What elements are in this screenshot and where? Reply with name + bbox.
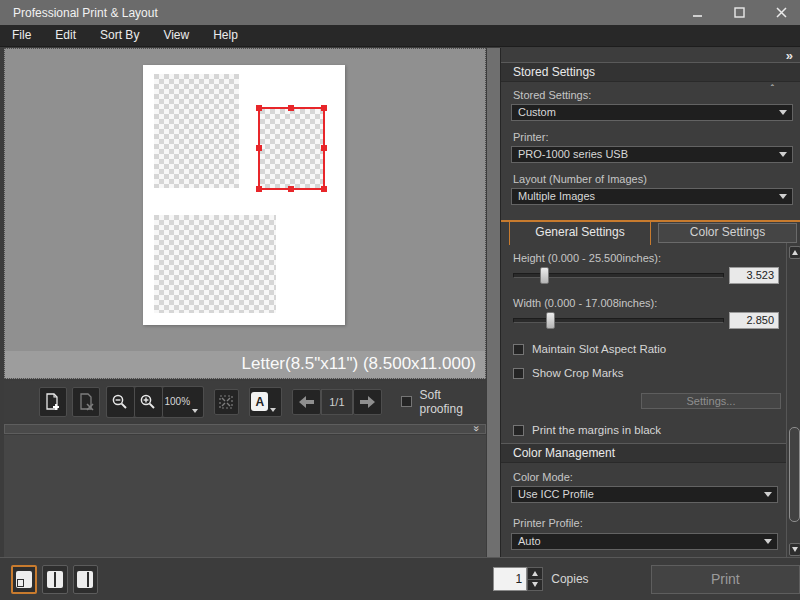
width-label: Width (0.000 - 17.008inches): — [513, 297, 657, 309]
view-single-icon — [16, 571, 32, 588]
copies-increment-button[interactable] — [527, 567, 543, 580]
add-page-icon — [43, 392, 62, 411]
close-icon — [776, 7, 787, 18]
scroll-up-button[interactable] — [789, 246, 800, 259]
resize-handle-s[interactable] — [288, 186, 294, 192]
view-single-button[interactable] — [11, 565, 37, 594]
width-value-field[interactable]: 2.850 — [729, 312, 779, 329]
zoom-level-dropdown[interactable]: 100% — [163, 387, 203, 417]
minimize-button[interactable] — [684, 3, 710, 23]
pattern-print-dropdown[interactable]: A — [249, 387, 282, 417]
tab-color-settings[interactable]: Color Settings — [658, 223, 797, 243]
settings-panel: » Stored Settings ˆ Stored Settings: Cus… — [500, 48, 800, 557]
menu-sort-by[interactable]: Sort By — [88, 25, 151, 46]
maximize-icon — [734, 7, 745, 18]
resize-handle-se[interactable] — [321, 186, 327, 192]
show-crop-marks-label: Show Crop Marks — [532, 367, 623, 379]
printer-profile-value: Auto — [518, 535, 541, 547]
layout-dropdown[interactable]: Multiple Images — [511, 188, 793, 205]
settings-tabs: General Settings Color Settings — [501, 220, 800, 243]
collapse-panel-icon[interactable]: » — [786, 48, 793, 63]
previous-page-button[interactable] — [292, 389, 321, 415]
image-slot-1[interactable] — [154, 74, 239, 188]
menu-help[interactable]: Help — [201, 25, 250, 46]
show-crop-marks-row: Show Crop Marks — [513, 367, 623, 379]
zoom-in-button[interactable] — [135, 387, 163, 417]
height-value-field[interactable]: 3.523 — [729, 267, 779, 284]
printer-dropdown[interactable]: PRO-1000 series USB — [511, 146, 793, 163]
panel-scrollbar[interactable] — [786, 243, 800, 600]
dropdown-caret-icon — [779, 194, 787, 199]
close-button[interactable] — [768, 3, 794, 23]
stored-settings-section-header[interactable]: Stored Settings ˆ — [501, 62, 800, 82]
dropdown-caret-icon — [779, 152, 787, 157]
copies-label: Copies — [551, 572, 588, 586]
scroll-up-icon — [792, 250, 798, 255]
resize-handle-ne[interactable] — [321, 105, 327, 111]
stored-settings-collapse-icon[interactable]: ˆ — [771, 80, 774, 99]
print-margins-checkbox[interactable] — [513, 425, 524, 436]
copies-input[interactable]: 1 — [493, 567, 527, 591]
print-button[interactable]: Print — [651, 565, 800, 594]
resize-handle-n[interactable] — [288, 105, 294, 111]
add-page-button[interactable] — [39, 387, 66, 417]
height-slider-thumb[interactable] — [540, 267, 549, 284]
maintain-aspect-checkbox[interactable] — [513, 344, 524, 355]
color-management-section-header[interactable]: Color Management ˆ — [501, 443, 786, 463]
dropdown-caret-icon — [764, 539, 772, 544]
tab-general-settings[interactable]: General Settings — [509, 222, 651, 245]
fit-view-button[interactable] — [214, 389, 239, 415]
paper-preview[interactable] — [143, 65, 345, 325]
layout-label: Layout (Number of Images) — [513, 173, 647, 185]
window-controls — [684, 0, 794, 25]
filmstrip-collapsed-bar[interactable]: » — [4, 424, 486, 434]
show-crop-marks-checkbox[interactable] — [513, 368, 524, 379]
print-margins-row: Print the margins in black — [513, 424, 661, 436]
menu-file[interactable]: File — [0, 25, 43, 46]
panel-splitter[interactable] — [487, 48, 500, 557]
delete-page-button[interactable] — [72, 387, 99, 417]
page-indicator: 1/1 — [321, 389, 352, 415]
color-mode-dropdown[interactable]: Use ICC Profile — [511, 486, 778, 503]
height-slider[interactable] — [513, 273, 724, 278]
paper-size-status: Letter(8.5"x11") (8.500x11.000) — [5, 351, 485, 378]
width-slider-thumb[interactable] — [546, 312, 555, 329]
resize-handle-nw[interactable] — [256, 105, 262, 111]
resize-handle-w[interactable] — [256, 145, 262, 151]
stored-settings-value: Custom — [518, 106, 556, 118]
app-window: Professional Print & Layout File Edit So… — [0, 0, 800, 600]
view-side-panel-button[interactable] — [73, 565, 99, 594]
bottom-bar: 1 Copies Print — [0, 557, 800, 600]
resize-handle-sw[interactable] — [256, 186, 262, 192]
expand-filmstrip-icon[interactable]: » — [470, 425, 482, 430]
view-two-pane-button[interactable] — [42, 565, 68, 594]
layout-value: Multiple Images — [518, 190, 595, 202]
fit-view-icon — [218, 394, 234, 410]
maximize-button[interactable] — [726, 3, 752, 23]
printer-profile-dropdown[interactable]: Auto — [511, 533, 778, 550]
pattern-dropdown-caret-icon — [270, 408, 276, 412]
copies-group: 1 Copies — [493, 567, 588, 591]
soft-proofing-checkbox[interactable] — [401, 396, 412, 407]
resize-handle-e[interactable] — [321, 145, 327, 151]
menu-view[interactable]: View — [151, 25, 201, 46]
height-label: Height (0.000 - 25.500inches): — [513, 252, 661, 264]
width-slider[interactable] — [513, 318, 724, 323]
previous-page-icon — [298, 395, 316, 409]
copies-decrement-button[interactable] — [527, 580, 543, 592]
soft-proofing-label: Soft proofing — [419, 388, 486, 416]
pattern-print-icon: A — [251, 392, 268, 411]
print-margins-label: Print the margins in black — [532, 424, 661, 436]
stored-settings-dropdown[interactable]: Custom — [511, 104, 793, 121]
stored-settings-header-label: Stored Settings — [513, 65, 595, 79]
scrollbar-thumb[interactable] — [789, 427, 800, 522]
next-page-button[interactable] — [353, 389, 382, 415]
preview-canvas[interactable]: Letter(8.5"x11") (8.500x11.000) — [4, 48, 486, 379]
crop-marks-settings-button[interactable]: Settings... — [641, 393, 781, 409]
image-slot-selected[interactable] — [258, 107, 325, 190]
scroll-down-button[interactable] — [789, 543, 800, 556]
color-mode-value: Use ICC Profile — [518, 488, 594, 500]
zoom-out-button[interactable] — [107, 387, 135, 417]
menu-edit[interactable]: Edit — [43, 25, 88, 46]
image-slot-3[interactable] — [154, 215, 276, 313]
